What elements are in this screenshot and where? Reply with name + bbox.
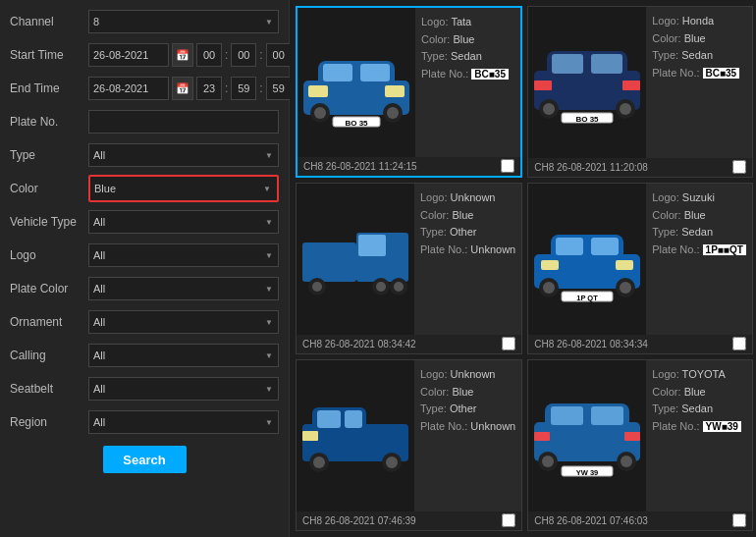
search-button[interactable]: Search [103,446,187,473]
seatbelt-row: Seatbelt All [10,375,279,403]
region-label: Region [10,415,88,429]
card-footer-4: CH8 26-08-2021 08:34:34 [528,335,752,353]
card-logo-2: Logo: Honda [652,13,746,30]
result-card-6[interactable]: YW 39 Logo: TOYOTA Color: Blue Type: Sed… [527,359,753,531]
result-card-4[interactable]: 1P QT Logo: Suzuki Color: Blue Type: Sed… [527,183,753,354]
logo-select[interactable]: All [88,243,279,267]
card-type-6: Type: Sedan [652,401,746,418]
type-label: Type [10,148,88,162]
card-timestamp-6: CH8 26-08-2021 07:46:03 [534,515,648,526]
card-color-5: Color: Blue [420,384,515,402]
card-top-5: Logo: Unknown Color: Blue Type: Other Pl… [297,360,521,511]
svg-rect-63 [624,432,640,441]
svg-rect-56 [551,406,583,425]
svg-point-17 [543,103,555,115]
plate-input[interactable] [88,110,279,134]
svg-text:1P   QT: 1P QT [576,294,598,302]
result-card-1[interactable]: BО 35 Logo: Tata Color: Blue Type: Sedan… [296,6,522,178]
svg-rect-20 [534,81,552,90]
card-timestamp-2: CH8 26-08-2021 11:20:08 [534,162,648,173]
svg-rect-48 [345,410,362,428]
plate-color-select-wrapper: All [88,277,279,300]
card-checkbox-1[interactable] [501,159,514,173]
region-select-wrapper: All [88,410,279,434]
svg-rect-24 [302,242,356,282]
card-checkbox-2[interactable] [732,160,746,174]
svg-point-38 [543,282,555,294]
start-hour-input[interactable] [196,43,222,67]
card-checkbox-5[interactable] [502,513,515,527]
card-thumbnail-2: BО 35 [528,7,646,158]
channel-select[interactable]: 8 [88,10,279,33]
calling-select[interactable]: All [88,344,279,367]
calling-select-wrapper: All [88,344,279,367]
card-type-1: Type: Sedan [421,48,514,66]
card-thumbnail-3 [297,184,414,335]
svg-rect-21 [622,81,640,90]
card-checkbox-6[interactable] [732,513,746,527]
type-select[interactable]: All [88,143,279,167]
color-label: Color [10,182,88,195]
vehicle-type-select[interactable]: All [88,210,279,234]
ornament-select[interactable]: All [88,310,279,334]
start-sec-input[interactable] [266,43,292,67]
card-timestamp-3: CH8 26-08-2021 08:34:42 [302,339,416,349]
svg-rect-57 [591,406,623,425]
svg-point-40 [620,282,631,294]
start-date-input[interactable] [88,43,169,67]
svg-point-30 [376,282,386,292]
type-select-wrapper: All [88,143,279,167]
card-top-4: 1P QT Logo: Suzuki Color: Blue Type: Sed… [528,184,752,335]
svg-point-50 [313,456,325,468]
card-thumbnail-5 [297,360,414,511]
start-min-input[interactable] [231,43,256,67]
seatbelt-label: Seatbelt [10,382,88,396]
card-logo-4: Logo: Suzuki [652,189,746,207]
card-info-2: Logo: Honda Color: Blue Type: Sedan Plat… [646,7,752,158]
card-timestamp-1: CH8 26-08-2021 11:24:15 [303,161,417,172]
result-card-5[interactable]: Logo: Unknown Color: Blue Type: Other Pl… [296,359,522,531]
end-hour-input[interactable] [196,77,222,100]
result-card-2[interactable]: BО 35 Logo: Honda Color: Blue Type: Seda… [527,6,753,178]
start-time-label: Start Time [10,48,88,62]
card-color-1: Color: Blue [421,31,514,49]
card-plate-1: Plate No.: BC■35 [421,66,514,83]
plate-color-select[interactable]: All [88,277,279,300]
svg-point-32 [394,282,404,292]
card-checkbox-4[interactable] [732,337,746,350]
svg-rect-8 [308,85,328,97]
end-calendar-icon[interactable]: 📅 [172,77,193,100]
svg-rect-14 [552,54,583,74]
svg-point-7 [387,107,399,119]
card-checkbox-3[interactable] [502,337,515,350]
svg-rect-47 [317,410,341,428]
calling-row: Calling All [10,342,279,369]
plate-color-label: Plate Color [10,282,88,295]
logo-row: Logo All [10,242,279,269]
card-top-2: BО 35 Logo: Honda Color: Blue Type: Seda… [528,7,752,158]
svg-point-59 [542,456,554,467]
color-select[interactable]: Blue All Red White Black [90,177,277,200]
svg-rect-41 [541,260,559,270]
svg-rect-3 [360,64,390,81]
card-thumbnail-4: 1P QT [528,184,646,335]
card-thumbnail-6: YW 39 [528,360,646,511]
card-color-4: Color: Blue [652,207,746,225]
region-select[interactable]: All [88,410,279,434]
end-min-input[interactable] [231,77,256,100]
card-top-6: YW 39 Logo: TOYOTA Color: Blue Type: Sed… [528,360,752,511]
result-card-3[interactable]: Logo: Unknown Color: Blue Type: Other Pl… [296,183,522,354]
end-sec-input[interactable] [266,77,292,100]
svg-point-61 [621,456,632,467]
card-footer-5: CH8 26-08-2021 07:46:39 [297,511,521,530]
end-date-input[interactable] [88,77,169,100]
card-footer-2: CH8 26-08-2021 11:20:08 [528,158,752,177]
svg-rect-62 [534,432,550,441]
start-calendar-icon[interactable]: 📅 [172,43,193,67]
vehicle-type-row: Vehicle Type All [10,208,279,236]
calling-label: Calling [10,349,88,362]
channel-select-wrapper: 8 [88,10,279,33]
card-logo-6: Logo: TOYOTA [652,366,746,384]
svg-point-5 [314,107,326,119]
seatbelt-select[interactable]: All [88,377,279,401]
